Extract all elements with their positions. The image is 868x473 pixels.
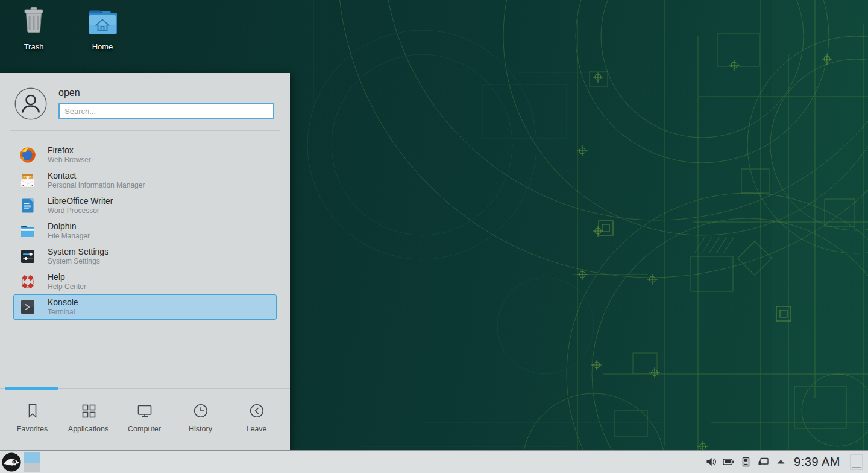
dolphin-icon [19,223,36,240]
pager-active-desktop[interactable] [24,452,40,463]
desktop-icon-label: Trash [24,42,44,51]
app-item-libreoffice-writer[interactable]: LibreOffice Writer Word Processor [13,193,277,218]
kontact-icon [19,172,36,189]
computer-monitor-icon [136,402,154,420]
app-name: Help [48,272,86,282]
app-item-system-settings[interactable]: System Settings System Settings [13,244,277,269]
volume-icon[interactable] [705,456,717,468]
virtual-desktop-pager[interactable] [24,452,40,472]
app-name: Firefox [48,145,91,155]
tab-computer[interactable]: Computer [116,402,172,433]
tab-applications[interactable]: Applications [60,402,116,433]
app-name: Konsole [48,297,78,307]
system-settings-icon [19,248,36,265]
menu-empty-space [0,320,290,388]
history-clock-icon [192,402,210,420]
system-tray [705,456,787,468]
tab-label: Applications [68,425,108,433]
leave-circle-icon [248,402,266,420]
tab-leave[interactable]: Leave [228,402,285,433]
opensuse-launcher-icon[interactable] [1,452,22,472]
firefox-icon [19,147,36,163]
tab-label: Favorites [17,425,48,433]
battery-icon[interactable] [723,456,734,468]
app-name: System Settings [48,247,108,256]
app-item-kontact[interactable]: Kontact Personal Information Manager [13,168,277,193]
home-folder-icon [86,5,119,39]
tab-history[interactable]: History [172,402,228,433]
header-divider [10,130,280,131]
active-tab-indicator [5,387,58,390]
launcher-tab-bar: Favorites Applications [0,388,290,450]
app-description: Word Processor [48,207,113,215]
app-description: File Manager [48,232,90,241]
show-desktop-icon[interactable] [850,454,863,470]
digital-clock[interactable]: 9:39 AM [794,455,840,469]
favorites-app-list: Firefox Web Browser Kontact [13,142,277,320]
app-description: System Settings [48,258,108,266]
app-description: Help Center [48,283,86,291]
desktop-icon-trash[interactable]: Trash [6,5,61,51]
desktop-icon-label: Home [92,42,113,51]
app-description: Terminal [48,308,78,317]
desktop-icon-area: Trash Home [6,5,130,51]
app-name: LibreOffice Writer [48,196,113,206]
trash-icon [17,5,51,39]
app-item-konsole[interactable]: Konsole Terminal [13,294,277,320]
username-label: open [58,87,274,98]
user-avatar-icon[interactable] [14,87,47,120]
search-input[interactable] [58,103,274,119]
app-name: Dolphin [48,221,90,231]
device-notifier-icon[interactable] [740,456,752,468]
launcher-header: open [0,73,290,120]
app-item-firefox[interactable]: Firefox Web Browser [13,142,277,168]
application-launcher-menu: open Firefox Web Browser [0,73,290,450]
konsole-icon [19,299,36,316]
desktop-icon-home[interactable]: Home [75,5,130,51]
libreoffice-writer-icon [19,197,36,214]
app-item-dolphin[interactable]: Dolphin File Manager [13,218,277,244]
applications-grid-icon [80,402,98,420]
expand-tray-arrow-icon[interactable] [775,456,787,468]
tab-favorites[interactable]: Favorites [4,402,60,433]
help-icon [19,273,36,290]
pager-inactive-desktop[interactable] [24,463,40,472]
app-description: Web Browser [48,156,91,165]
bookmark-icon [24,402,42,420]
display-settings-icon[interactable] [758,456,769,468]
tab-label: Computer [128,425,161,433]
app-name: Kontact [48,171,145,180]
app-item-help[interactable]: Help Help Center [13,269,277,294]
app-description: Personal Information Manager [48,182,145,190]
tab-label: History [189,425,212,433]
tab-label: Leave [246,425,266,433]
desktop: Trash Home open [0,0,868,473]
taskbar-panel: 9:39 AM [0,450,868,473]
